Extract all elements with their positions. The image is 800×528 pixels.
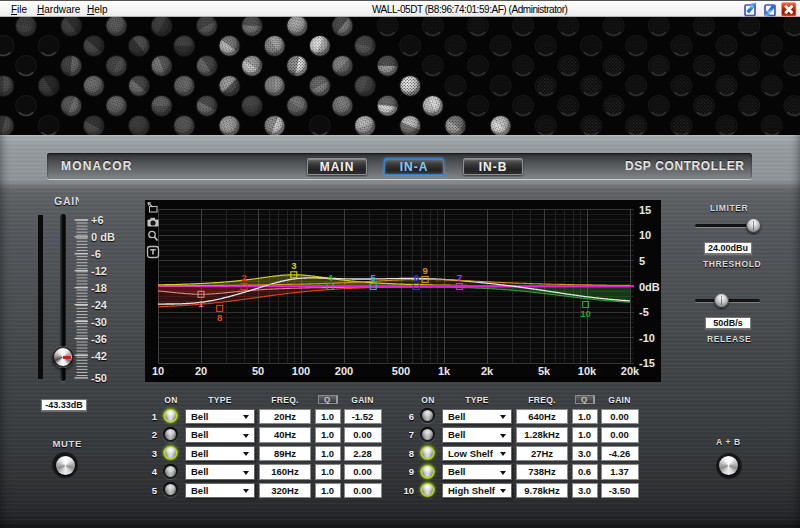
svg-text:1k: 1k	[438, 365, 451, 377]
svg-text:3: 3	[291, 260, 296, 271]
svg-text:500: 500	[392, 365, 410, 377]
svg-text:2: 2	[241, 272, 246, 283]
svg-text:2k: 2k	[481, 365, 494, 377]
svg-text:4: 4	[328, 272, 334, 283]
svg-text:50: 50	[252, 365, 264, 377]
svg-text:10: 10	[580, 308, 591, 319]
svg-text:6: 6	[414, 272, 419, 283]
svg-text:5: 5	[639, 255, 645, 267]
svg-text:9: 9	[422, 265, 427, 276]
svg-text:-5: -5	[639, 306, 649, 318]
svg-text:7: 7	[457, 272, 462, 283]
svg-text:20: 20	[195, 365, 207, 377]
svg-text:20k: 20k	[621, 365, 640, 377]
svg-text:10: 10	[152, 365, 164, 377]
svg-text:15: 15	[639, 204, 651, 216]
svg-text:10: 10	[639, 229, 651, 241]
svg-text:-15: -15	[639, 357, 655, 369]
svg-text:8: 8	[217, 312, 222, 323]
svg-text:1: 1	[198, 298, 204, 309]
svg-text:200: 200	[335, 365, 353, 377]
svg-text:10k: 10k	[578, 365, 597, 377]
svg-text:100: 100	[292, 365, 310, 377]
svg-text:5: 5	[371, 272, 377, 283]
svg-text:0dB: 0dB	[639, 281, 660, 293]
svg-text:5k: 5k	[538, 365, 551, 377]
svg-text:-10: -10	[639, 332, 655, 344]
